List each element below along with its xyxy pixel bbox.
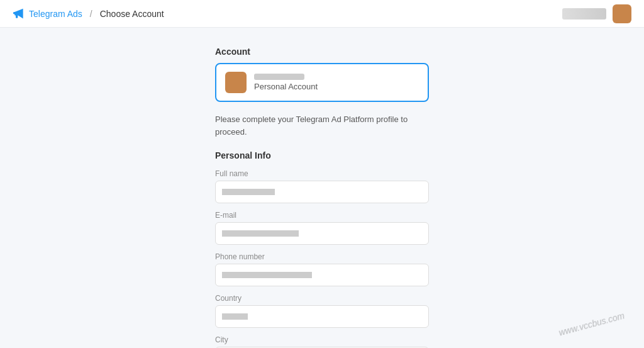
phone-label: Phone number xyxy=(215,252,429,261)
country-group: Country xyxy=(215,294,429,328)
full-name-wrapper xyxy=(215,181,429,203)
phone-group: Phone number xyxy=(215,252,429,286)
logo-text: Telegram Ads xyxy=(29,9,82,19)
account-section-label: Account xyxy=(215,47,429,57)
phone-wrapper xyxy=(215,264,429,286)
full-name-group: Full name xyxy=(215,169,429,203)
email-group: E-mail xyxy=(215,211,429,245)
full-name-input[interactable] xyxy=(215,181,429,203)
breadcrumb-separator: / xyxy=(90,9,92,19)
city-label: City xyxy=(215,335,429,344)
header-right xyxy=(562,4,631,23)
account-info: Personal Account xyxy=(254,74,318,91)
phone-input[interactable] xyxy=(215,264,429,286)
header: Telegram Ads / Choose Account xyxy=(0,0,644,28)
header-username xyxy=(562,8,606,20)
breadcrumb-current: Choose Account xyxy=(100,9,164,19)
email-wrapper xyxy=(215,222,429,245)
country-wrapper xyxy=(215,305,429,328)
megaphone-icon xyxy=(13,8,25,20)
email-label: E-mail xyxy=(215,211,429,220)
country-input[interactable] xyxy=(215,305,429,328)
main-content: Account Personal Account Please complete… xyxy=(0,28,644,348)
telegram-ads-logo[interactable]: Telegram Ads xyxy=(13,8,82,20)
account-card[interactable]: Personal Account xyxy=(215,63,429,102)
city-group: City xyxy=(215,335,429,348)
profile-description: Please complete your Telegram Ad Platfor… xyxy=(215,113,429,138)
email-input[interactable] xyxy=(215,222,429,245)
country-label: Country xyxy=(215,294,429,303)
account-name-blur xyxy=(254,74,304,80)
header-avatar xyxy=(613,4,631,23)
account-type: Personal Account xyxy=(254,82,318,91)
header-left: Telegram Ads / Choose Account xyxy=(13,8,164,20)
full-name-label: Full name xyxy=(215,169,429,178)
account-avatar xyxy=(225,72,247,93)
personal-info-label: Personal Info xyxy=(215,150,429,160)
form-container: Account Personal Account Please complete… xyxy=(215,47,429,348)
